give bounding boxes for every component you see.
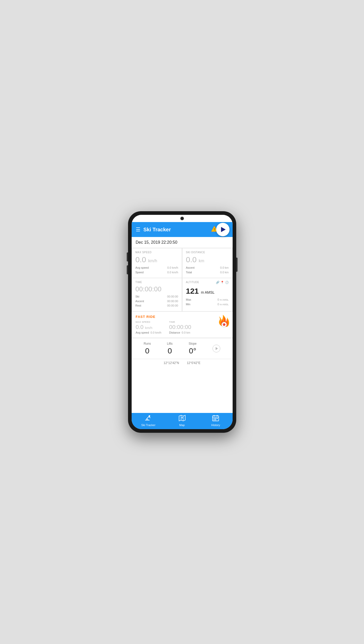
ski-distance-label: SKI DISTANCE xyxy=(186,251,229,254)
nav-map[interactable]: Map xyxy=(165,415,199,427)
svg-rect-30 xyxy=(217,418,218,419)
slope-item: Slope 0° xyxy=(189,342,197,355)
pin-icon: 📍 xyxy=(221,281,224,284)
svg-line-14 xyxy=(147,417,149,419)
ascent-row: Ascent 0.0 km xyxy=(186,266,229,270)
ski-time-row: Ski 00:00:00 xyxy=(136,294,178,299)
fast-ride-speed: MAX SPEED 0.0 km/h Avg speed 0.0 km/h xyxy=(136,321,162,334)
clock-icon: 🕐 xyxy=(225,281,229,284)
max-speed-value: 0.0 km/h xyxy=(136,256,178,264)
latitude-display: 12°12'42"N xyxy=(164,361,179,365)
altitude-header: ALTITUDE 🔗 📍 🕐 xyxy=(186,281,229,285)
fast-speed-value: 0.0 km/h xyxy=(136,324,162,331)
altitude-value: 121 m AMSL xyxy=(186,287,229,295)
nav-history-label: History xyxy=(211,423,220,427)
flame-decoration xyxy=(213,313,231,329)
coordinates-row: 12°12'42"N 12°0'42"E xyxy=(132,359,233,366)
altitude-min-row: Min 0 m AMSL xyxy=(186,302,229,307)
ski-distance-sub: Ascent 0.0 km Total 0.0 km xyxy=(186,266,229,275)
fast-time-value: 00:00:00 xyxy=(169,324,191,331)
play-button[interactable] xyxy=(216,223,230,236)
altitude-sub: Max 0 m AMSL Min 0 m AMSL xyxy=(186,298,229,307)
front-camera xyxy=(180,217,184,220)
ski-distance-cell: SKI DISTANCE 0.0 km Ascent 0.0 km Total … xyxy=(182,248,233,278)
altitude-cell: ALTITUDE 🔗 📍 🕐 121 m AMSL Max 0 m AMSL xyxy=(182,278,233,311)
date-bar: Dec 15, 2019 22:20:50 xyxy=(132,237,233,248)
runs-label: Runs xyxy=(144,342,151,345)
header-actions: ! xyxy=(211,225,228,234)
datetime-display: Dec 15, 2019 22:20:50 xyxy=(136,240,177,244)
fast-ride-time: TIME 00:00:00 Distance 0.0 km xyxy=(169,321,191,334)
nav-history[interactable]: History xyxy=(199,415,233,427)
nav-ski-tracker[interactable]: Ski Tracker xyxy=(132,415,165,427)
max-speed-label: MAX SPEED xyxy=(136,251,178,254)
phone-frame: ☰ Ski Tracker ! xyxy=(128,211,236,433)
play-triangle-icon xyxy=(221,227,226,232)
svg-rect-29 xyxy=(215,418,216,419)
ascent-time-row: Ascent 00:00:00 xyxy=(136,299,178,304)
speed-row: Speed 0.0 km/h xyxy=(136,270,178,275)
runs-item: Runs 0 xyxy=(144,342,151,355)
spacer xyxy=(132,366,233,413)
lifts-item: Lifts 0 xyxy=(167,342,173,355)
link-icon: 🔗 xyxy=(216,281,219,284)
altitude-label: ALTITUDE xyxy=(186,281,199,284)
fast-ride-label: FAST RIDE xyxy=(136,315,156,319)
arrow-button[interactable] xyxy=(213,345,220,352)
ski-distance-value: 0.0 km xyxy=(186,256,229,264)
nav-ski-label: Ski Tracker xyxy=(141,423,155,427)
svg-text:!: ! xyxy=(214,227,215,231)
stats-grid: MAX SPEED 0.0 km/h Avg speed 0.0 km/h Sp… xyxy=(132,248,233,312)
time-cell: TIME 00:00:00 Ski 00:00:00 Ascent 00:00:… xyxy=(132,278,182,311)
arrow-right-icon xyxy=(216,347,218,350)
svg-point-11 xyxy=(223,323,225,326)
ski-tracker-nav-icon xyxy=(145,415,152,423)
rest-time-row: Rest 00:00:00 xyxy=(136,303,178,308)
phone-screen: ☰ Ski Tracker ! xyxy=(132,215,233,429)
camera-bar xyxy=(132,215,233,222)
time-sub: Ski 00:00:00 Ascent 00:00:00 Rest 00:00:… xyxy=(136,294,178,308)
fast-distance: Distance 0.0 km xyxy=(169,331,191,334)
bottom-nav: Ski Tracker Map xyxy=(132,413,233,429)
app-header: ☰ Ski Tracker ! xyxy=(132,222,233,237)
svg-line-17 xyxy=(147,419,148,420)
max-speed-cell: MAX SPEED 0.0 km/h Avg speed 0.0 km/h Sp… xyxy=(132,248,182,278)
time-value: 00:00:00 xyxy=(136,286,178,292)
volume-up-button xyxy=(127,252,128,261)
time-label: TIME xyxy=(136,281,178,284)
altitude-icons: 🔗 📍 🕐 xyxy=(216,281,229,284)
fast-avg-speed: Avg speed 0.0 km/h xyxy=(136,331,162,334)
nav-map-label: Map xyxy=(179,423,185,427)
runs-row: Runs 0 Lifts 0 Slope 0° xyxy=(136,342,228,355)
fast-ride-section: FAST RIDE MAX SPEED xyxy=(132,312,233,338)
lifts-value: 0 xyxy=(168,346,172,355)
svg-rect-28 xyxy=(214,418,215,419)
runs-section: Runs 0 Lifts 0 Slope 0° xyxy=(132,338,233,359)
altitude-max-row: Max 0 m AMSL xyxy=(186,298,229,302)
menu-icon[interactable]: ☰ xyxy=(136,226,140,233)
svg-rect-32 xyxy=(215,419,216,420)
app-title: Ski Tracker xyxy=(143,227,211,233)
runs-value: 0 xyxy=(145,346,149,355)
avg-speed-row: Avg speed 0.0 km/h xyxy=(136,266,178,270)
slope-label: Slope xyxy=(189,342,197,345)
history-nav-icon xyxy=(212,415,219,423)
volume-down-button xyxy=(127,265,128,274)
max-speed-sub: Avg speed 0.0 km/h Speed 0.0 km/h xyxy=(136,266,178,275)
slope-value: 0° xyxy=(189,346,196,355)
longitude-display: 12°0'42"E xyxy=(187,361,200,365)
svg-rect-31 xyxy=(214,419,215,420)
total-row: Total 0.0 km xyxy=(186,270,229,275)
lifts-label: Lifts xyxy=(167,342,173,345)
fast-time-label: TIME xyxy=(169,321,191,323)
fast-speed-label: MAX SPEED xyxy=(136,321,162,323)
map-nav-icon xyxy=(179,415,185,423)
power-button xyxy=(236,258,238,272)
